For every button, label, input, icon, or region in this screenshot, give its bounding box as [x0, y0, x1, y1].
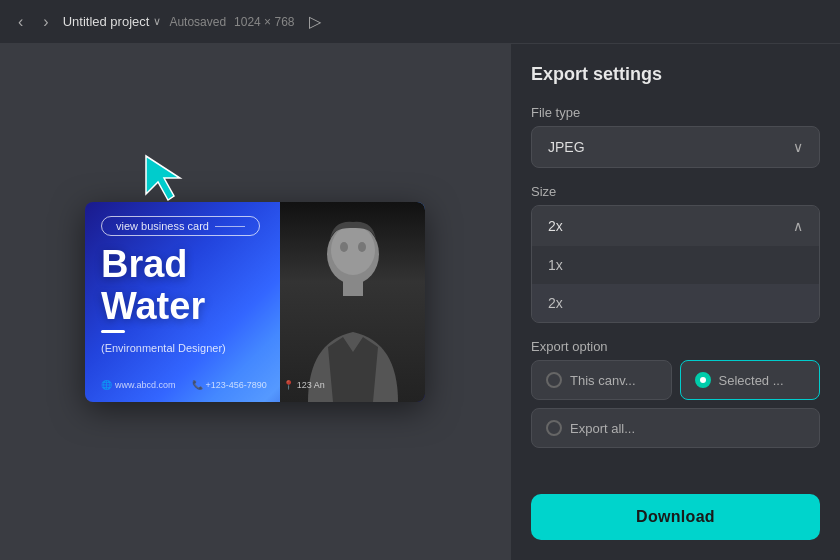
main-area: view business card Brad Water (Environme… — [0, 44, 840, 560]
export-option-section: Export option This canv... Selected ... … — [531, 339, 820, 448]
business-card: view business card Brad Water (Environme… — [85, 202, 425, 402]
card-last-name: Water — [101, 286, 205, 328]
download-button[interactable]: Download — [531, 494, 820, 540]
export-option-row-1: This canv... Selected ... — [531, 360, 820, 400]
size-section: Size 2x ∧ 1x 2x — [531, 184, 820, 323]
card-website-text: www.abcd.com — [115, 380, 176, 390]
card-contact: 🌐 www.abcd.com 📞 +123-456-7890 📍 123 An — [101, 380, 409, 390]
card-view-label: view business card — [101, 216, 260, 236]
location-icon: 📍 — [283, 380, 294, 390]
file-type-value: JPEG — [548, 139, 585, 155]
project-name-label: Untitled project — [63, 14, 150, 29]
card-name: Brad Water — [101, 244, 205, 328]
selected-label: Selected ... — [719, 373, 784, 388]
size-selected-row[interactable]: 2x ∧ — [532, 206, 819, 246]
svg-point-4 — [358, 242, 366, 252]
card-phone: 📞 +123-456-7890 — [192, 380, 267, 390]
size-current-value: 2x — [548, 218, 563, 234]
svg-rect-1 — [343, 280, 363, 296]
card-separator — [101, 330, 125, 333]
this-canvas-radio — [546, 372, 562, 388]
phone-icon: 📞 — [192, 380, 203, 390]
card-address-text: 123 An — [297, 380, 325, 390]
download-label: Download — [636, 508, 715, 525]
export-all-radio — [546, 420, 562, 436]
globe-icon: 🌐 — [101, 380, 112, 390]
export-option-group: This canv... Selected ... Export all... — [531, 360, 820, 448]
size-option-2x[interactable]: 2x — [532, 284, 819, 322]
svg-point-2 — [331, 225, 375, 275]
this-canvas-button[interactable]: This canv... — [531, 360, 672, 400]
forward-button[interactable]: › — [37, 9, 54, 35]
card-view-line — [215, 226, 245, 227]
project-name-chevron: ∨ — [153, 15, 161, 28]
export-panel-title: Export settings — [531, 64, 820, 85]
back-button[interactable]: ‹ — [12, 9, 29, 35]
export-option-label: Export option — [531, 339, 820, 354]
canvas-wrapper: view business card Brad Water (Environme… — [85, 202, 425, 402]
selected-radio — [695, 372, 711, 388]
card-first-name: Brad — [101, 244, 205, 286]
size-label: Size — [531, 184, 820, 199]
file-type-chevron: ∨ — [793, 139, 803, 155]
export-all-button[interactable]: Export all... — [531, 408, 820, 448]
card-job-title: (Environmental Designer) — [101, 342, 226, 354]
export-panel: Export settings File type JPEG ∨ Size 2x… — [510, 44, 840, 560]
canvas-area[interactable]: view business card Brad Water (Environme… — [0, 44, 510, 560]
autosaved-label: Autosaved — [169, 15, 226, 29]
selected-button[interactable]: Selected ... — [680, 360, 821, 400]
file-type-section: File type JPEG ∨ — [531, 105, 820, 168]
size-option-1x[interactable]: 1x — [532, 246, 819, 284]
share-button[interactable]: ▷ — [303, 8, 327, 35]
card-view-text: view business card — [116, 220, 209, 232]
project-name-button[interactable]: Untitled project ∨ — [63, 14, 162, 29]
person-photo — [280, 202, 425, 402]
topbar: ‹ › Untitled project ∨ Autosaved 1024 × … — [0, 0, 840, 44]
cursor-pointer-icon — [140, 152, 188, 208]
this-canvas-label: This canv... — [570, 373, 636, 388]
size-chevron-up: ∧ — [793, 218, 803, 234]
card-website: 🌐 www.abcd.com — [101, 380, 176, 390]
card-address: 📍 123 An — [283, 380, 325, 390]
size-dropdown[interactable]: 2x ∧ 1x 2x — [531, 205, 820, 323]
card-phone-text: +123-456-7890 — [206, 380, 267, 390]
svg-point-3 — [340, 242, 348, 252]
resolution-label: 1024 × 768 — [234, 15, 294, 29]
export-all-label: Export all... — [570, 421, 635, 436]
file-type-label: File type — [531, 105, 820, 120]
file-type-dropdown[interactable]: JPEG ∨ — [531, 126, 820, 168]
